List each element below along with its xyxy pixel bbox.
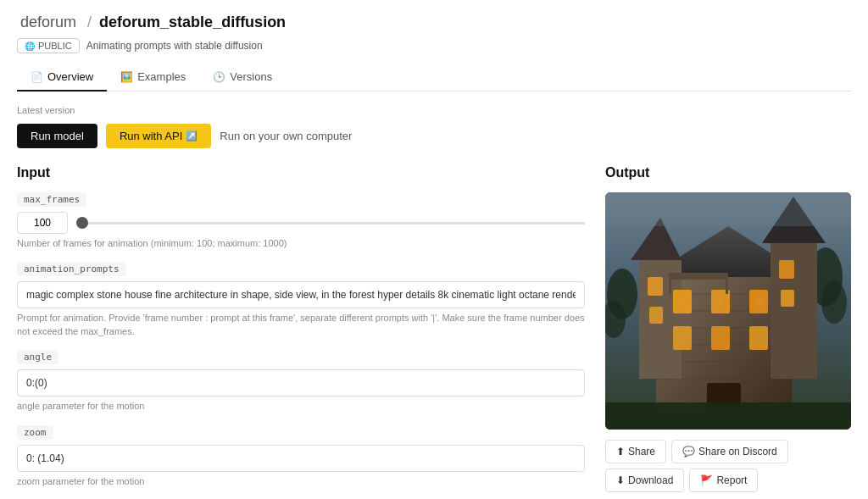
animation-prompts-label: animation_prompts [17, 262, 126, 276]
svg-rect-25 [779, 260, 794, 279]
animation-prompts-hint: Prompt for animation. Provide 'frame num… [17, 312, 585, 338]
run-own-computer-button[interactable]: Run on your own computer [220, 130, 352, 142]
run-model-button[interactable]: Run model [17, 124, 97, 148]
field-animation-prompts: animation_prompts Prompt for animation. … [17, 262, 585, 338]
svg-rect-33 [726, 273, 728, 294]
svg-rect-29 [748, 288, 770, 315]
svg-rect-26 [781, 290, 794, 307]
field-max-frames: max_frames Number of frames for animatio… [17, 192, 585, 250]
share-button[interactable]: ⬆ Share [605, 440, 666, 463]
report-label: Report [716, 474, 747, 486]
svg-rect-34 [605, 402, 851, 430]
run-with-api-button[interactable]: Run with API ↗️ [106, 124, 211, 148]
input-panel: Input max_frames Number of frames for an… [17, 165, 585, 499]
angle-input[interactable] [17, 369, 585, 396]
svg-rect-27 [671, 288, 693, 315]
report-button[interactable]: 🚩 Report [689, 469, 758, 492]
report-icon: 🚩 [700, 474, 713, 486]
svg-rect-22 [749, 326, 768, 350]
tab-examples[interactable]: 🖼️ Examples [107, 64, 199, 91]
output-panel: Output [605, 165, 851, 499]
subtitle-row: PUBLIC Animating prompts with stable dif… [17, 38, 851, 53]
field-zoom: zoom zoom parameter for the motion [17, 425, 585, 488]
output-image [605, 192, 851, 430]
field-angle: angle angle parameter for the motion [17, 350, 585, 413]
breadcrumb: deforum / deforum_stable_diffusion [17, 14, 851, 31]
angle-hint: angle parameter for the motion [17, 400, 585, 413]
zoom-input[interactable] [17, 445, 585, 472]
examples-icon: 🖼️ [120, 71, 133, 83]
svg-rect-21 [711, 326, 730, 350]
tab-versions[interactable]: 🕒 Versions [199, 64, 286, 91]
output-buttons: ⬆ Share 💬 Share on Discord ⬇ Download 🚩 … [605, 440, 851, 492]
external-link-icon: ↗️ [186, 130, 198, 141]
discord-icon: 💬 [682, 446, 695, 457]
download-icon: ⬇ [616, 474, 625, 486]
max-frames-slider[interactable] [76, 222, 585, 225]
output-section-title: Output [605, 165, 851, 180]
svg-rect-24 [649, 307, 663, 324]
breadcrumb-parent[interactable]: deforum [20, 14, 76, 30]
svg-point-3 [821, 281, 847, 324]
breadcrumb-current: deforum_stable_diffusion [99, 14, 286, 30]
svg-rect-20 [673, 326, 692, 350]
svg-rect-32 [669, 273, 671, 294]
subtitle-text: Animating prompts with stable diffusion [86, 40, 263, 52]
public-badge: PUBLIC [17, 38, 80, 53]
share-discord-label: Share on Discord [698, 446, 777, 457]
breadcrumb-separator: / [87, 14, 92, 30]
tabs-nav: 📄 Overview 🖼️ Examples 🕒 Versions [17, 64, 851, 91]
angle-label: angle [17, 350, 58, 364]
max-frames-label: max_frames [17, 192, 86, 207]
overview-icon: 📄 [31, 71, 43, 83]
share-icon: ⬆ [616, 446, 625, 457]
version-label: Latest version [17, 105, 851, 115]
tab-overview[interactable]: 📄 Overview [17, 64, 107, 91]
zoom-label: zoom [17, 425, 53, 440]
tab-overview-label: Overview [47, 70, 93, 83]
svg-rect-35 [605, 192, 851, 226]
zoom-hint: zoom parameter for the motion [17, 475, 585, 488]
svg-rect-31 [669, 273, 728, 280]
max-frames-hint: Number of frames for animation (minimum:… [17, 237, 585, 250]
download-label: Download [628, 474, 673, 486]
versions-icon: 🕒 [213, 71, 225, 83]
output-image-svg [605, 192, 851, 430]
max-frames-value[interactable] [17, 212, 68, 234]
run-api-label: Run with API [120, 130, 182, 142]
content-row: Input max_frames Number of frames for an… [17, 165, 851, 499]
svg-rect-23 [648, 277, 663, 296]
tab-examples-label: Examples [137, 70, 186, 83]
tab-versions-label: Versions [230, 70, 272, 83]
slider-row [17, 212, 585, 234]
input-section-title: Input [17, 165, 585, 180]
download-button[interactable]: ⬇ Download [605, 469, 684, 492]
share-discord-button[interactable]: 💬 Share on Discord [671, 440, 788, 463]
share-label: Share [628, 446, 655, 457]
action-buttons: Run model Run with API ↗️ Run on your ow… [17, 124, 851, 148]
svg-rect-28 [709, 288, 732, 315]
animation-prompts-input[interactable] [17, 281, 585, 308]
